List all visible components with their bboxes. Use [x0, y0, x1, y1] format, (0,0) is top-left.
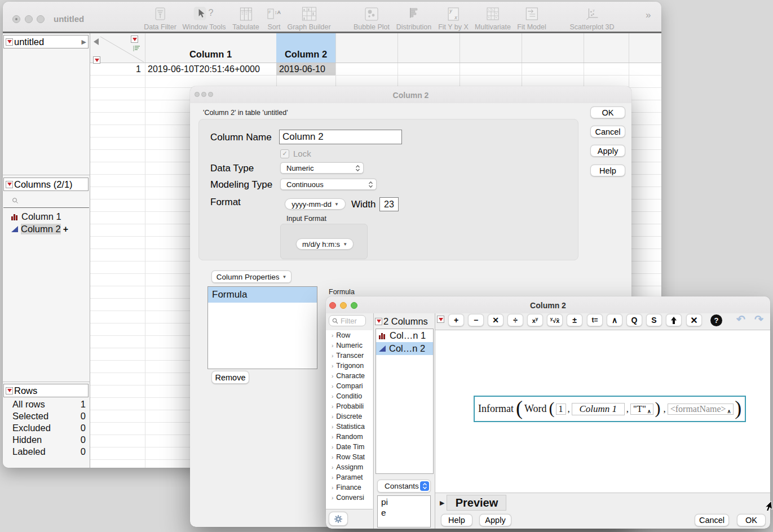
columns-panel-header[interactable]: Columns (2/1): [3, 178, 89, 191]
toolbar-fit-model[interactable]: Fit Model: [517, 6, 546, 31]
redo-icon[interactable]: ↷: [754, 313, 763, 326]
function-category[interactable]: ›Probabili: [326, 401, 373, 411]
toolbar-overflow-chevron[interactable]: »: [646, 10, 651, 21]
grid-corner-cell[interactable]: [90, 33, 145, 63]
op-help[interactable]: ?: [710, 314, 722, 326]
op-boxing[interactable]: [666, 314, 682, 326]
row-number[interactable]: 1: [90, 63, 145, 76]
ok-button[interactable]: OK: [737, 514, 766, 526]
toolbar-multivariate[interactable]: Multivariate: [475, 6, 511, 31]
toolbar-distribution[interactable]: Distribution: [396, 6, 432, 31]
column-list-item-1[interactable]: Column 1: [11, 211, 61, 223]
list-item-formula[interactable]: Formula: [208, 287, 317, 303]
column-name-input[interactable]: Column 2: [279, 130, 402, 144]
filter-search-box[interactable]: Filter: [329, 315, 366, 326]
function-category[interactable]: ›Discrete: [326, 411, 373, 422]
function-category[interactable]: ›Row Stat: [326, 452, 373, 462]
undo-icon[interactable]: ↶: [736, 313, 745, 326]
op-add[interactable]: +: [448, 314, 464, 326]
apply-button[interactable]: Apply: [479, 514, 511, 526]
toolbar-scatterplot-3d[interactable]: y Scatterplot 3D: [569, 6, 614, 31]
minimize-button[interactable]: [25, 15, 33, 23]
cancel-button[interactable]: Cancel: [590, 126, 625, 138]
function-category[interactable]: ›Random: [326, 432, 373, 442]
toolbar-graph-builder[interactable]: Graph Builder: [287, 6, 330, 31]
op-divide[interactable]: ÷: [507, 314, 523, 326]
function-category[interactable]: ›Assignm: [326, 462, 373, 472]
format-dropdown[interactable]: yyyy-mm-dd▼: [285, 198, 346, 210]
op-root[interactable]: y√x̄: [547, 314, 563, 326]
constants-dropdown[interactable]: Constants: [377, 480, 431, 493]
table-panel-header[interactable]: untitled ▶: [3, 35, 89, 48]
red-triangle-icon[interactable]: [6, 38, 13, 46]
help-button[interactable]: Help: [590, 165, 625, 176]
op-unary[interactable]: Q: [626, 314, 642, 326]
toolbar-fit-y-by-x[interactable]: yx Fit Y by X: [438, 6, 469, 31]
modeling-type-dropdown[interactable]: Continuous: [280, 179, 377, 190]
formula-arg4[interactable]: <formatName>∧: [668, 404, 734, 415]
apply-button[interactable]: Apply: [590, 145, 625, 157]
function-category[interactable]: ›Row: [326, 330, 373, 340]
lock-checkbox[interactable]: ✓: [280, 149, 289, 158]
input-format-dropdown[interactable]: m/d/y h:m:s▼: [296, 238, 354, 250]
toolbar-sort[interactable]: F↕A Sort: [266, 6, 282, 31]
formula-canvas[interactable]: Informat ( Word ( 1 , Column 1 , "T"∧ ) …: [435, 330, 770, 493]
function-category[interactable]: ›Transcer: [326, 351, 373, 361]
toolbar-bubble-plot[interactable]: Bubble Plot: [354, 6, 390, 31]
red-triangle-icon[interactable]: [375, 318, 382, 325]
formula-arg2[interactable]: Column 1: [572, 403, 625, 415]
collapse-triangle-icon[interactable]: [94, 38, 99, 45]
op-peel[interactable]: ∧: [607, 314, 622, 326]
function-category[interactable]: ›Compari: [326, 381, 373, 391]
remove-button[interactable]: Remove: [211, 371, 249, 384]
op-multiply[interactable]: ✕: [488, 314, 503, 326]
column-item-2[interactable]: Col…n 2: [376, 342, 433, 355]
close-button[interactable]: [12, 15, 20, 23]
cancel-button[interactable]: Cancel: [695, 514, 729, 526]
constant-e[interactable]: e: [378, 508, 430, 518]
zoom-button[interactable]: [37, 15, 45, 23]
preview-header[interactable]: Preview: [447, 495, 506, 511]
panel-expand-arrow[interactable]: ▶: [82, 38, 86, 46]
constant-pi[interactable]: pi: [378, 496, 430, 508]
width-input[interactable]: 23: [379, 197, 399, 211]
help-button[interactable]: Help: [441, 514, 472, 526]
red-triangle-icon[interactable]: [6, 387, 13, 394]
lock-checkbox-row[interactable]: ✓ Lock: [280, 149, 311, 158]
preview-disclosure-triangle[interactable]: ▶: [440, 499, 444, 507]
function-category[interactable]: ›Statistica: [326, 422, 373, 432]
ok-button[interactable]: OK: [590, 107, 625, 118]
toolbar-data-filter[interactable]: Data Filter: [144, 6, 176, 31]
op-delete[interactable]: ✕: [686, 314, 702, 326]
function-category[interactable]: ›Conversi: [326, 493, 373, 503]
red-triangle-icon[interactable]: [6, 181, 13, 188]
op-switch-terms[interactable]: S: [646, 314, 662, 326]
data-type-dropdown[interactable]: Numeric: [280, 162, 364, 174]
op-plus-minus[interactable]: ±: [567, 314, 582, 326]
function-category[interactable]: ›Numeric: [326, 340, 373, 351]
columns-panel-header[interactable]: 2 Columns: [375, 315, 428, 327]
formula-arg1[interactable]: 1: [556, 404, 566, 415]
column-item-1[interactable]: Col…n 1: [376, 329, 433, 342]
columns-search-icon[interactable]: [12, 196, 19, 206]
op-local-variable[interactable]: t=: [587, 314, 603, 326]
function-category[interactable]: ›Trigonon: [326, 361, 373, 371]
formula-arg3[interactable]: "T"∧: [630, 404, 653, 415]
settings-gear-button[interactable]: [329, 512, 348, 526]
column1-header[interactable]: Column 1: [145, 33, 276, 63]
column-properties-button[interactable]: Column Properties▼: [211, 271, 291, 283]
formula-expression[interactable]: Informat ( Word ( 1 , Column 1 , "T"∧ ) …: [474, 396, 746, 422]
red-triangle-icon[interactable]: [437, 316, 444, 323]
column-list-item-2[interactable]: Column 2 +: [11, 223, 68, 235]
row1-col2-cell[interactable]: 2019-06-10: [276, 63, 335, 76]
red-triangle-icon[interactable]: [131, 36, 138, 43]
row1-col1-cell[interactable]: 2019-06-10T20:51:46+0000: [145, 63, 276, 76]
function-category[interactable]: ›Date Tim: [326, 442, 373, 452]
op-subtract[interactable]: −: [468, 314, 484, 326]
function-category[interactable]: ›Paramet: [326, 472, 373, 482]
op-power[interactable]: xy: [527, 314, 543, 326]
toolbar-tabulate[interactable]: Tabulate: [232, 6, 259, 31]
column2-header[interactable]: Column 2: [276, 33, 335, 63]
function-category[interactable]: ›Characte: [326, 371, 373, 381]
rows-panel-header[interactable]: Rows: [3, 384, 89, 397]
